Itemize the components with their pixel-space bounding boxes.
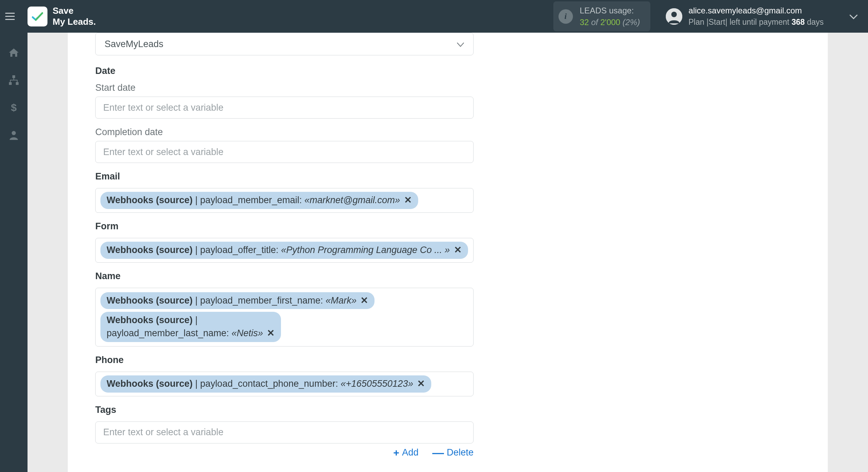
add-button[interactable]: + Add [393, 447, 419, 459]
phone-chip[interactable]: Webhooks (source) | payload_contact_phon… [100, 375, 431, 393]
name-chip-last[interactable]: Webhooks (source) | payload_member_last_… [100, 312, 281, 342]
account-dropdown-button[interactable] [849, 12, 858, 21]
email-label: Email [95, 171, 474, 182]
sidebar-item-profile[interactable] [8, 129, 20, 141]
start-date-label: Start date [95, 83, 474, 93]
avatar [666, 8, 682, 25]
app-header: Save My Leads. i LEADS usage: 32 of 2'00… [0, 0, 868, 33]
menu-toggle-button[interactable] [5, 10, 19, 23]
tags-label: Tags [95, 405, 474, 415]
form-field[interactable]: Webhooks (source) | payload_offer_title:… [95, 238, 474, 263]
svg-point-1 [671, 12, 677, 17]
remove-chip-icon[interactable]: ✕ [417, 378, 425, 389]
completion-date-input[interactable] [95, 141, 474, 163]
delete-button[interactable]: — Delete [432, 447, 474, 459]
email-field[interactable]: Webhooks (source) | payload_member_email… [95, 188, 474, 213]
svg-rect-3 [9, 82, 12, 85]
name-chip-first[interactable]: Webhooks (source) | payload_member_first… [100, 292, 375, 309]
brand-line2: My Leads. [53, 17, 96, 27]
tags-input[interactable] [95, 421, 474, 443]
info-icon: i [558, 9, 573, 24]
app-logo [28, 7, 47, 26]
email-chip[interactable]: Webhooks (source) | payload_member_email… [100, 192, 418, 209]
user-icon [8, 130, 19, 141]
integration-select[interactable]: SaveMyLeads [95, 33, 474, 55]
dollar-icon: $ [8, 102, 19, 113]
brand-name: Save My Leads. [53, 6, 96, 27]
name-field[interactable]: Webhooks (source) | payload_member_first… [95, 288, 474, 347]
svg-rect-2 [12, 75, 15, 78]
svg-text:$: $ [11, 102, 17, 113]
sidebar-item-connections[interactable] [8, 74, 20, 86]
date-section-label: Date [95, 66, 474, 76]
sidebar-item-billing[interactable]: $ [8, 101, 20, 114]
sidebar: $ [0, 33, 28, 472]
chevron-down-icon [849, 14, 858, 19]
minus-icon: — [432, 450, 444, 455]
phone-field[interactable]: Webhooks (source) | payload_contact_phon… [95, 372, 474, 396]
svg-point-6 [12, 131, 16, 135]
plus-icon: + [393, 447, 399, 459]
remove-chip-icon[interactable]: ✕ [267, 328, 275, 338]
checkmark-icon [31, 10, 44, 23]
usage-value: 32 of 2'000 (2%) [580, 17, 640, 28]
brand-line1: Save [53, 6, 96, 16]
form-label: Form [95, 221, 474, 232]
start-date-input[interactable] [95, 97, 474, 119]
account-plan: Plan |Start| left until payment 368 days [688, 18, 824, 26]
usage-label: LEADS usage: [580, 5, 640, 17]
home-icon [8, 47, 19, 58]
completion-date-label: Completion date [95, 127, 474, 138]
chevron-down-icon [457, 39, 464, 50]
phone-label: Phone [95, 355, 474, 365]
account-panel[interactable]: alice.savemyleads@gmail.com Plan |Start|… [666, 5, 824, 28]
form-chip[interactable]: Webhooks (source) | payload_offer_title:… [100, 242, 468, 259]
integration-select-value: SaveMyLeads [105, 39, 163, 50]
main-content: SaveMyLeads Date Start date Completion d… [68, 33, 828, 472]
account-email: alice.savemyleads@gmail.com [688, 5, 824, 16]
remove-chip-icon[interactable]: ✕ [454, 245, 462, 255]
remove-chip-icon[interactable]: ✕ [404, 195, 412, 205]
remove-chip-icon[interactable]: ✕ [360, 295, 368, 306]
user-icon [666, 8, 682, 25]
sidebar-item-home[interactable] [8, 46, 20, 59]
usage-panel: i LEADS usage: 32 of 2'000 (2%) [553, 1, 650, 31]
name-label: Name [95, 271, 474, 282]
svg-rect-4 [16, 82, 19, 85]
sitemap-icon [8, 75, 19, 86]
